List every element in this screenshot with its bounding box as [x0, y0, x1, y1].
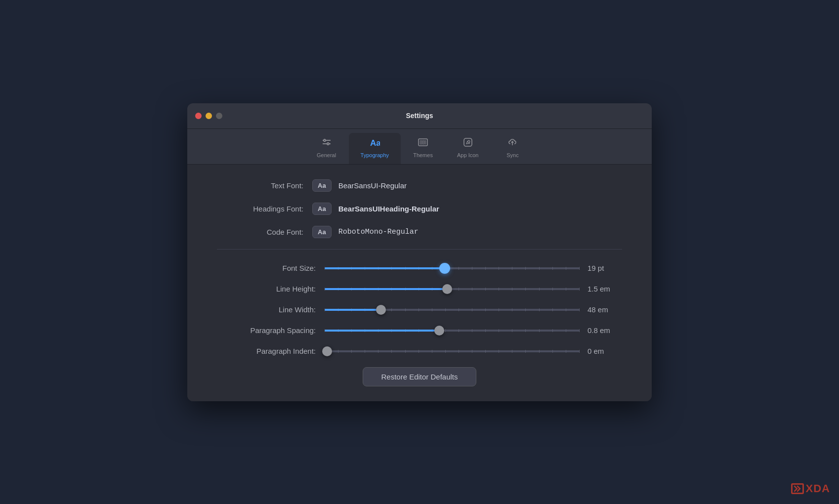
settings-window: Settings General Aa Typog: [187, 103, 652, 401]
slider-track-4[interactable]: [325, 346, 580, 356]
svg-rect-7: [422, 140, 424, 144]
text-font-button[interactable]: Aa: [312, 179, 332, 192]
headings-font-row: Headings Font: Aa BearSansUIHeading-Regu…: [217, 203, 622, 215]
slider-row-2: Line Width:48 em: [217, 305, 622, 315]
svg-rect-9: [464, 138, 472, 146]
headings-font-button[interactable]: Aa: [312, 203, 332, 215]
maximize-button[interactable]: [216, 113, 222, 119]
svg-point-2: [324, 139, 326, 141]
divider: [217, 249, 622, 250]
code-font-label: Code Font:: [217, 228, 303, 236]
slider-row-4: Paragraph Indent:0 em: [217, 346, 622, 356]
xda-watermark: XDA: [791, 482, 830, 495]
app-icon-icon: [462, 137, 473, 150]
svg-rect-8: [425, 140, 426, 144]
slider-thumb-1[interactable]: [442, 284, 452, 294]
sync-icon: [507, 137, 518, 150]
sliders-section: Font Size:19 ptLine Height:1.5 emLine Wi…: [187, 263, 652, 356]
restore-wrap: Restore Editor Defaults: [187, 367, 652, 386]
text-font-name: BearSansUI-Regular: [338, 181, 407, 190]
svg-rect-6: [420, 140, 422, 144]
text-font-row: Text Font: Aa BearSansUI-Regular: [217, 179, 622, 192]
slider-track-0[interactable]: [325, 263, 580, 273]
slider-row-3: Paragraph Spacing:0.8 em: [217, 326, 622, 336]
tab-general-label: General: [317, 152, 336, 158]
slider-value-4: 0 em: [587, 347, 622, 355]
slider-row-0: Font Size:19 pt: [217, 263, 622, 273]
slider-thumb-2[interactable]: [376, 305, 386, 315]
slider-label-4: Paragraph Indent:: [217, 347, 316, 355]
tab-app-icon-label: App Icon: [457, 152, 478, 158]
headings-font-label: Headings Font:: [217, 205, 303, 213]
code-font-row: Code Font: Aa RobotoMono-Regular: [217, 226, 622, 238]
slider-value-1: 1.5 em: [587, 285, 622, 293]
headings-font-name: BearSansUIHeading-Regular: [338, 205, 439, 213]
slider-thumb-4[interactable]: [322, 346, 332, 356]
slider-track-1[interactable]: [325, 284, 580, 294]
slider-value-2: 48 em: [587, 305, 622, 314]
slider-value-3: 0.8 em: [587, 326, 622, 335]
svg-text:Aa: Aa: [370, 138, 380, 148]
slider-label-3: Paragraph Spacing:: [217, 326, 316, 335]
slider-label-2: Line Width:: [217, 305, 316, 314]
tab-typography-label: Typography: [361, 152, 389, 158]
svg-point-3: [327, 143, 329, 145]
window-controls: [187, 113, 222, 119]
xda-text: XDA: [806, 482, 830, 495]
xda-logo-icon: [791, 483, 804, 494]
code-font-button[interactable]: Aa: [312, 226, 332, 238]
slider-track-2[interactable]: [325, 305, 580, 315]
content-area: Text Font: Aa BearSansUI-Regular Heading…: [187, 165, 652, 401]
tab-typography[interactable]: Aa Typography: [349, 133, 401, 164]
tabs-bar: General Aa Typography Themes: [187, 129, 652, 165]
code-font-name: RobotoMono-Regular: [338, 228, 419, 236]
themes-icon: [418, 137, 428, 150]
slider-track-3[interactable]: [325, 326, 580, 336]
tab-sync-label: Sync: [506, 152, 518, 158]
titlebar: Settings: [187, 103, 652, 129]
tab-themes-label: Themes: [413, 152, 433, 158]
slider-thumb-0[interactable]: [439, 263, 450, 274]
slider-row-1: Line Height:1.5 em: [217, 284, 622, 294]
typography-icon: Aa: [369, 137, 380, 150]
minimize-button[interactable]: [206, 113, 212, 119]
window-title: Settings: [406, 112, 433, 120]
close-button[interactable]: [195, 113, 202, 119]
tab-app-icon[interactable]: App Icon: [445, 133, 490, 164]
slider-value-0: 19 pt: [587, 264, 622, 272]
tab-sync[interactable]: Sync: [490, 133, 535, 164]
tab-general[interactable]: General: [304, 133, 349, 164]
slider-label-1: Line Height:: [217, 285, 316, 293]
font-section: Text Font: Aa BearSansUI-Regular Heading…: [187, 179, 652, 238]
text-font-label: Text Font:: [217, 181, 303, 190]
restore-defaults-button[interactable]: Restore Editor Defaults: [363, 367, 476, 386]
general-icon: [321, 137, 332, 150]
tab-themes[interactable]: Themes: [401, 133, 445, 164]
slider-label-0: Font Size:: [217, 264, 316, 272]
slider-thumb-3[interactable]: [434, 326, 444, 336]
